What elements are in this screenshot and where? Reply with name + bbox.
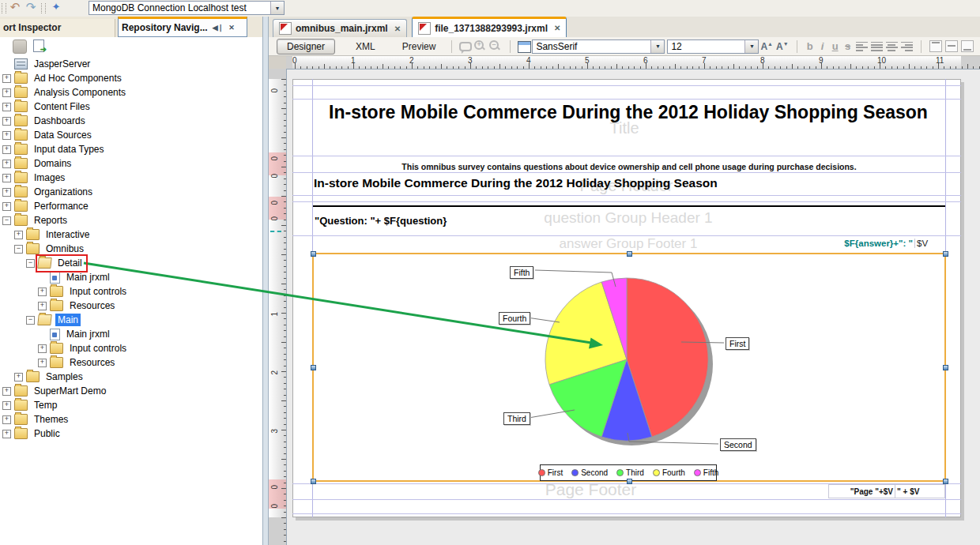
expander-plus-icon[interactable]: + xyxy=(2,430,11,438)
expander-plus-icon[interactable]: + xyxy=(2,103,11,111)
zoom-in-icon[interactable]: + xyxy=(474,40,488,53)
expander-plus-icon[interactable]: + xyxy=(2,188,11,197)
deploy-icon[interactable]: ✦ xyxy=(49,0,63,14)
tree-item-reports[interactable]: −Reports xyxy=(0,213,262,227)
align-right-icon[interactable] xyxy=(901,42,913,51)
expander-minus-icon[interactable]: − xyxy=(2,216,11,225)
selection-handle[interactable] xyxy=(943,251,948,257)
table-wizard-icon[interactable] xyxy=(518,40,531,53)
close-icon[interactable]: ✕ xyxy=(228,24,235,32)
answer-expression-field-2[interactable]: $V xyxy=(914,239,947,248)
tab-repository-navigator[interactable]: Repository Navig... ◀❘ ✕ xyxy=(118,17,247,37)
align-left-icon[interactable] xyxy=(856,42,868,51)
tree-item-analysis-components[interactable]: +Analysis Components xyxy=(0,85,262,100)
format-u-button[interactable]: u xyxy=(829,40,842,52)
panel-divider[interactable] xyxy=(262,17,269,545)
chart-element-selection[interactable] xyxy=(312,253,946,482)
answer-expression-field[interactable]: $F{answer}+": " xyxy=(790,239,913,248)
align-center-icon[interactable] xyxy=(886,42,898,51)
valign-top-icon[interactable] xyxy=(929,40,942,52)
tree-item-jasperserver[interactable]: JasperServer xyxy=(0,57,262,71)
tree-item-themes[interactable]: +Themes xyxy=(0,412,262,427)
dropdown-arrow-icon[interactable]: ▼ xyxy=(744,40,758,53)
expander-plus-icon[interactable]: + xyxy=(2,117,11,126)
selection-handle[interactable] xyxy=(311,479,316,484)
valign-middle-icon[interactable] xyxy=(945,40,958,52)
selection-handle[interactable] xyxy=(627,251,632,257)
expander-plus-icon[interactable]: + xyxy=(2,174,11,182)
close-icon[interactable]: ✕ xyxy=(554,24,560,32)
expander-plus-icon[interactable]: + xyxy=(2,131,11,140)
zoom-out-icon[interactable]: – xyxy=(489,40,503,53)
dropdown-arrow-icon[interactable]: ▼ xyxy=(650,40,664,53)
tree-item-images[interactable]: +Images xyxy=(0,171,262,185)
tree-item-organizations[interactable]: +Organizations xyxy=(0,185,262,199)
tree-item-domains[interactable]: +Domains xyxy=(0,156,262,171)
export-icon[interactable] xyxy=(33,39,44,52)
tree-item-input-controls[interactable]: +Input controls xyxy=(0,284,262,299)
tree-item-input-data-types[interactable]: +Input data Types xyxy=(0,142,262,156)
expander-plus-icon[interactable]: + xyxy=(2,387,11,396)
selection-handle[interactable] xyxy=(627,479,632,484)
expander-plus-icon[interactable]: + xyxy=(2,74,11,83)
expander-plus-icon[interactable]: + xyxy=(2,401,11,410)
align-justify-icon[interactable] xyxy=(871,42,883,51)
grow-font-icon[interactable]: A▲ xyxy=(760,41,773,52)
expander-plus-icon[interactable]: + xyxy=(38,302,47,310)
datasource-combobox[interactable]: MongoDB Connection Localhost test ▼ xyxy=(89,1,285,15)
expander-plus-icon[interactable]: + xyxy=(2,202,11,211)
report-subtitle-text[interactable]: This omnibus survey contains questions a… xyxy=(313,162,945,171)
view-button-preview[interactable]: Preview xyxy=(402,41,436,52)
expander-plus-icon[interactable]: + xyxy=(38,288,47,296)
expander-minus-icon[interactable]: − xyxy=(26,259,35,268)
report-title-text[interactable]: In-store Mobile Commerce During the 2012… xyxy=(316,100,940,126)
page-footer-expression-field[interactable]: "Page "+$V xyxy=(828,484,895,498)
tree-item-resources[interactable]: +Resources xyxy=(0,299,262,313)
font-family-combobox[interactable]: SansSerif ▼ xyxy=(532,39,665,54)
tree-item-input-controls[interactable]: +Input controls xyxy=(0,341,262,355)
tree-item-temp[interactable]: +Temp xyxy=(0,398,262,412)
separator-line-element[interactable] xyxy=(313,205,945,207)
dropdown-arrow-icon[interactable]: ▼ xyxy=(270,2,284,14)
stamp-icon[interactable] xyxy=(13,39,27,54)
document-tab-2[interactable]: file_1371388293993.jrxml✕ xyxy=(412,17,567,37)
view-button-designer[interactable]: Designer xyxy=(277,39,335,54)
tree-item-main[interactable]: −Main xyxy=(0,313,262,327)
tree-item-main-jrxml[interactable]: Main jrxml xyxy=(0,327,262,341)
expander-plus-icon[interactable]: + xyxy=(2,415,11,424)
close-icon[interactable]: ✕ xyxy=(394,24,401,33)
font-size-combobox[interactable]: 12 ▼ xyxy=(667,39,759,54)
dock-icon[interactable]: ◀❘ xyxy=(213,24,224,32)
selection-handle[interactable] xyxy=(311,365,316,370)
document-tab-1[interactable]: omnibus_main.jrxml✕ xyxy=(273,19,407,37)
tree-item-data-sources[interactable]: +Data Sources xyxy=(0,128,262,142)
tree-item-public[interactable]: +Public xyxy=(0,427,262,441)
selection-handle[interactable] xyxy=(943,479,948,484)
redo-icon[interactable]: ↷ xyxy=(24,0,38,14)
page-header-text[interactable]: In-store Mobile Commerce During the 2012… xyxy=(314,176,718,190)
expander-plus-icon[interactable]: + xyxy=(14,373,23,382)
tree-item-samples[interactable]: +Samples xyxy=(0,370,262,384)
valign-bottom-icon[interactable] xyxy=(961,40,974,52)
expander-plus-icon[interactable]: + xyxy=(2,88,11,97)
expander-minus-icon[interactable]: − xyxy=(14,245,23,254)
tree-item-dashboards[interactable]: +Dashboards xyxy=(0,114,262,128)
shrink-font-icon[interactable]: A▼ xyxy=(776,41,789,52)
format-s-button[interactable]: s xyxy=(842,40,854,52)
tree-item-supermart-demo[interactable]: +SuperMart Demo xyxy=(0,384,262,398)
comment-icon[interactable] xyxy=(459,40,473,53)
format-b-button[interactable]: b xyxy=(804,40,816,52)
tab-report-inspector[interactable]: ort Inspector xyxy=(0,19,115,37)
question-expression-field[interactable]: "Question: "+ $F{question} xyxy=(315,215,447,227)
expander-plus-icon[interactable]: + xyxy=(14,231,23,239)
tree-item-interactive[interactable]: +Interactive xyxy=(0,227,262,242)
expander-plus-icon[interactable]: + xyxy=(38,344,47,353)
undo-icon[interactable]: ↶ xyxy=(8,0,22,14)
tree-item-ad-hoc-components[interactable]: +Ad Hoc Components xyxy=(0,71,262,85)
view-button-xml[interactable]: XML xyxy=(356,41,375,52)
page-footer-expression-field-2[interactable]: " + $V xyxy=(895,484,945,498)
expander-minus-icon[interactable]: − xyxy=(26,316,35,325)
expander-plus-icon[interactable]: + xyxy=(2,145,11,154)
expander-plus-icon[interactable]: + xyxy=(38,359,47,367)
format-i-button[interactable]: i xyxy=(816,40,829,52)
